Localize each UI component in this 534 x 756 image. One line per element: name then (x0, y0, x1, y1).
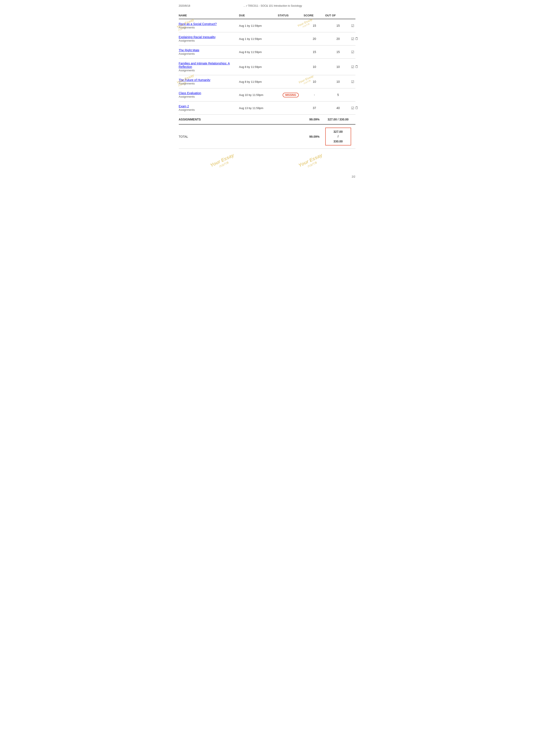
check-icon: ☑ (351, 37, 354, 41)
out-of-cell: 15 (325, 24, 351, 27)
table-row: Explaining Racial Inequality Assignments… (179, 32, 355, 45)
due-date: Aug 8 by 11:59pm (239, 50, 278, 54)
icons-cell: ☑ 🗒 (351, 37, 364, 41)
assignment-name-cell: Race as a Social Construct? Assignments (179, 22, 239, 29)
assignment-type: Assignments (179, 108, 195, 111)
watermarks-section: Your Essay 内渝代修 Your Essay 内渝代修 (179, 149, 355, 171)
score-cell: 10 Your Essay 内渝代修 (304, 80, 325, 83)
assignment-type: Assignments (179, 69, 195, 72)
icons-cell: ☑ (351, 24, 364, 28)
assignment-link[interactable]: Explaining Racial Inequality (179, 35, 216, 39)
col-header-out-of: OUT OF (325, 14, 351, 17)
icons-cell: ☑ 🗒 (351, 106, 364, 110)
watermark-bottom-left: Your Essay 内渝代修 (209, 152, 236, 172)
check-icon: ☑ (351, 24, 354, 28)
table-row: Exam 2 Assignments Aug 13 by 11:59pm 37 … (179, 101, 355, 115)
assignment-name-cell: Class Evaluation Assignments (179, 92, 239, 98)
total-score: 99.09% (304, 135, 325, 138)
col-header-name: NAME (179, 14, 239, 17)
total-label: TOTAL (179, 135, 239, 138)
score-cell: 15 Your Essay 内渝代修 (304, 24, 325, 27)
due-date: Aug 13 by 11:59pm (239, 106, 278, 110)
out-of-cell: 15 (325, 50, 351, 54)
assignment-link[interactable]: Families and Intimate Relationships: A R… (179, 62, 230, 68)
icons-cell: ☑ (351, 50, 364, 54)
icons-cell: ☑ 🗒 (351, 65, 364, 69)
col-header-due: DUE (239, 14, 278, 17)
assignment-type: Assignments (179, 95, 195, 98)
assignment-link[interactable]: The Right Mate (179, 48, 199, 52)
score-cell: - (304, 93, 325, 96)
out-of-cell: 40 (325, 106, 351, 110)
summary-out-of: 327.00 / 330.00 (325, 118, 351, 121)
check-icon: ☑ (351, 106, 354, 110)
check-icon: ☑ (351, 65, 354, 69)
assignment-link[interactable]: The Future of Humanity (179, 78, 211, 82)
watermark-bottom-right: Your Essay 内渝代修 (297, 152, 325, 172)
assignment-type: Assignments (179, 52, 195, 55)
score-cell: 20 (304, 37, 325, 40)
assignment-name-cell: Explaining Racial Inequality Assignments (179, 35, 239, 42)
assignment-type: Assignments (179, 39, 195, 42)
score-cell: 10 (304, 65, 325, 68)
page-header: 2020/8/18 .. ✓705C011 - SOC& 101 Introdu… (179, 4, 355, 7)
out-of-cell: 10 (325, 80, 351, 83)
page-number: 2/2 (352, 175, 355, 178)
doc-icon: 🗒 (355, 106, 358, 110)
summary-row: ASSIGNMENTS 99.09% 327.00 / 330.00 (179, 115, 355, 124)
icons-cell: ☑ (351, 80, 364, 84)
out-of-cell: 10 (325, 65, 351, 68)
assignment-name-cell: Families and Intimate Relationships: A R… (179, 62, 239, 72)
out-of-cell: 20 (325, 37, 351, 40)
due-date: Aug 1 by 11:59pm (239, 37, 278, 40)
total-out-of-box: 327.00 / 330.00 (325, 127, 351, 146)
page-title: .. ✓705C011 - SOC& 101 Introduction to S… (243, 4, 302, 7)
assignment-name-cell: The Right Mate Assignments (179, 48, 239, 55)
due-date: Aug 1 by 11:59pm (239, 24, 278, 27)
total-out-of: 327.00 / 330.00 (325, 127, 351, 146)
assignment-name-cell: The Future of Humanity Assignments (179, 78, 239, 85)
assignment-link[interactable]: Class Evaluation (179, 92, 201, 95)
due-date: Aug 10 by 11:59pm (239, 93, 278, 96)
assignment-link[interactable]: Exam 2 (179, 104, 189, 108)
check-icon: ☑ (351, 80, 354, 84)
col-header-status: STATUS (278, 14, 304, 17)
page-date: 2020/8/18 (179, 4, 190, 7)
page-footer: 2/2 (179, 175, 355, 178)
missing-badge: MISSING (283, 93, 299, 97)
total-row: TOTAL 99.09% 327.00 / 330.00 (179, 124, 355, 149)
summary-label: ASSIGNMENTS (179, 118, 239, 121)
doc-icon: 🗒 (355, 37, 358, 41)
table-header: NAME DUE STATUS SCORE OUT OF (179, 14, 355, 19)
due-date: Aug 8 by 11:59pm (239, 80, 278, 83)
table-row: Class Evaluation Assignments Aug 10 by 1… (179, 88, 355, 101)
col-header-score: SCORE (304, 14, 325, 17)
table-row: The Right Mate Assignments Aug 8 by 11:5… (179, 45, 355, 59)
table-row: Your Essay 内渝代修 The Future of Humanity A… (179, 75, 355, 88)
table-row: Your Essay 内渝代修 Race as a Social Constru… (179, 19, 355, 32)
doc-icon: 🗒 (355, 65, 358, 69)
out-of-cell: 5 (325, 93, 351, 96)
status-cell: MISSING (278, 93, 304, 96)
score-cell: 15 (304, 50, 325, 54)
assignment-link[interactable]: Race as a Social Construct? (179, 22, 217, 26)
due-date: Aug 8 by 11:59pm (239, 65, 278, 68)
assignment-type: Assignments (179, 82, 195, 85)
score-cell: 37 (304, 106, 325, 110)
assignment-name-cell: Exam 2 Assignments (179, 104, 239, 111)
check-icon: ☑ (351, 50, 354, 54)
summary-score: 99.09% (304, 118, 325, 121)
table-row: Families and Intimate Relationships: A R… (179, 59, 355, 75)
assignment-type: Assignments (179, 26, 195, 29)
